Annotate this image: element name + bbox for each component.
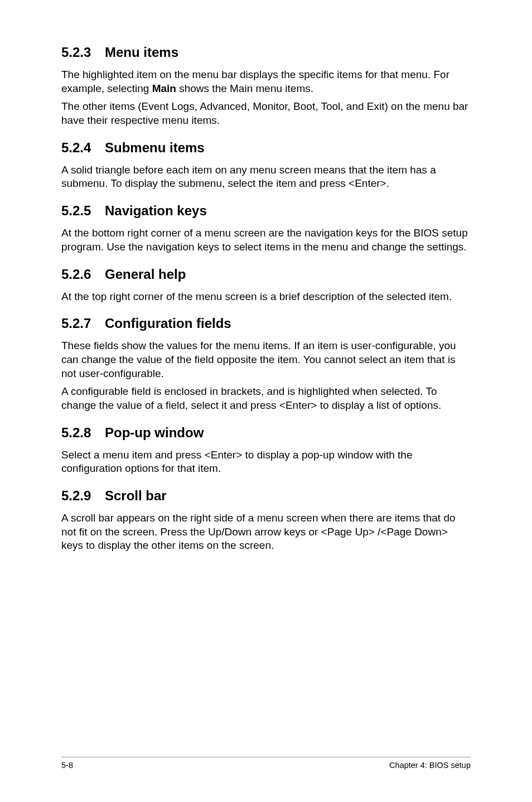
paragraph: A configurable field is enclosed in brac…	[61, 385, 471, 412]
section-number: 5.2.4	[61, 140, 105, 156]
section-number: 5.2.5	[61, 203, 105, 219]
body-text-bold: Main	[152, 83, 176, 94]
page-number: 5-8	[61, 761, 73, 770]
chapter-label: Chapter 4: BIOS setup	[389, 761, 471, 770]
heading-popup-window: 5.2.8Pop-up window	[61, 425, 471, 441]
section-title: Menu items	[105, 45, 178, 60]
heading-submenu-items: 5.2.4Submenu items	[61, 140, 471, 156]
paragraph: Select a menu item and press <Enter> to …	[61, 448, 471, 476]
section-number: 5.2.8	[61, 425, 105, 441]
section-number: 5.2.9	[61, 488, 105, 504]
paragraph: The other items (Event Logs, Advanced, M…	[61, 100, 471, 127]
section-title: Submenu items	[105, 140, 205, 155]
paragraph: These fields show the values for the men…	[61, 339, 471, 380]
heading-general-help: 5.2.6General help	[61, 267, 471, 282]
section-title: General help	[105, 267, 186, 282]
paragraph: The highlighted item on the menu bar dis…	[61, 68, 471, 95]
section-title: Scroll bar	[105, 488, 167, 503]
paragraph: A solid triangle before each item on any…	[61, 163, 471, 191]
paragraph: A scroll bar appears on the right side o…	[61, 511, 471, 553]
body-text: shows the Main menu items.	[176, 83, 313, 94]
section-number: 5.2.3	[61, 45, 105, 60]
section-number: 5.2.6	[61, 267, 105, 282]
heading-scroll-bar: 5.2.9Scroll bar	[61, 488, 471, 504]
heading-navigation-keys: 5.2.5Navigation keys	[61, 203, 471, 219]
page-footer: 5-8 Chapter 4: BIOS setup	[61, 757, 471, 770]
section-title: Navigation keys	[105, 203, 207, 218]
page-content: 5.2.3Menu items The highlighted item on …	[0, 0, 532, 553]
paragraph: At the top right corner of the menu scre…	[61, 290, 471, 304]
heading-configuration-fields: 5.2.7Configuration fields	[61, 316, 471, 331]
section-number: 5.2.7	[61, 316, 105, 331]
heading-menu-items: 5.2.3Menu items	[61, 45, 471, 60]
section-title: Pop-up window	[105, 425, 204, 440]
paragraph: At the bottom right corner of a menu scr…	[61, 226, 471, 254]
section-title: Configuration fields	[105, 316, 231, 331]
